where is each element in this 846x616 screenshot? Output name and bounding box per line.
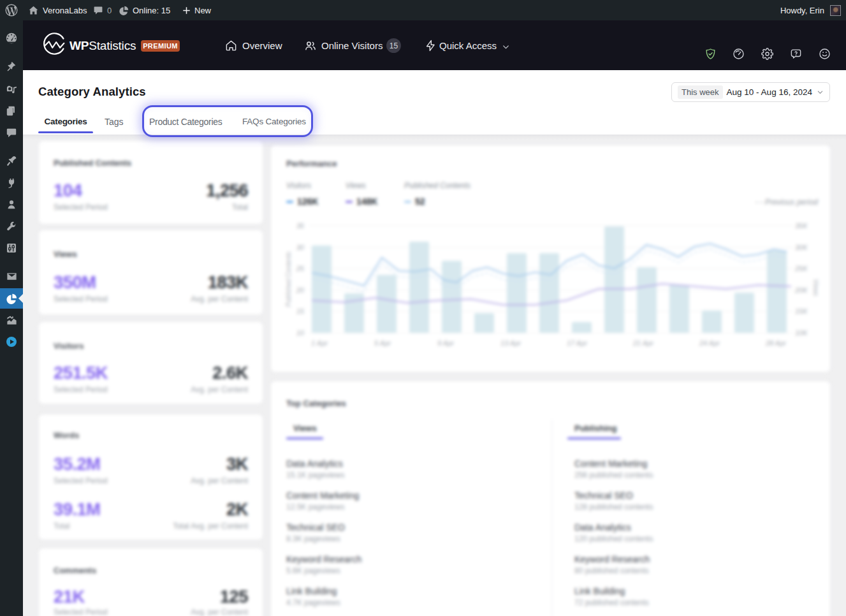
svg-text:10K: 10K [795,329,808,337]
svg-text:1 Apr: 1 Apr [311,339,328,347]
svg-text:20: 20 [296,286,305,294]
svg-text:Published Contents: Published Contents [285,252,292,307]
svg-text:10: 10 [296,329,305,337]
svg-text:35K: 35K [795,222,808,230]
svg-text:Views: Views [812,279,819,297]
svg-text:28 Apr: 28 Apr [765,339,787,347]
svg-text:15: 15 [296,307,305,315]
svg-text:25: 25 [296,265,305,272]
svg-text:24 Apr: 24 Apr [699,339,720,347]
svg-text:30: 30 [296,244,305,251]
svg-text:15K: 15K [795,307,808,315]
svg-text:13 Apr: 13 Apr [500,339,521,347]
svg-text:17 Apr: 17 Apr [567,339,588,347]
svg-text:20K: 20K [794,286,808,294]
svg-text:21 Apr: 21 Apr [632,339,654,347]
svg-text:35: 35 [296,222,305,230]
svg-text:9 Apr: 9 Apr [437,339,455,347]
svg-text:30K: 30K [795,244,808,251]
svg-text:25K: 25K [794,265,808,272]
svg-text:5 Apr: 5 Apr [374,339,391,347]
